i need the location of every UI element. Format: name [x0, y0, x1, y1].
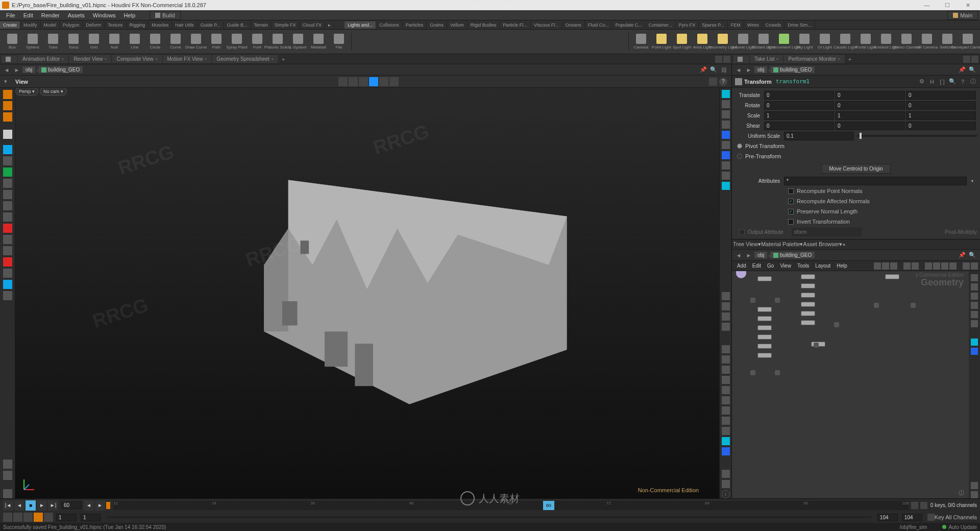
hull-icon[interactable]: [722, 447, 730, 455]
attributes-dropdown-icon[interactable]: ▾: [968, 177, 977, 185]
info-icon[interactable]: ⓘ: [969, 78, 977, 86]
pane-tab[interactable]: Performance Monitor▾: [783, 55, 844, 63]
safe-area-icon[interactable]: [722, 323, 730, 331]
camera-badge[interactable]: No cam ▾: [40, 88, 67, 95]
select-prims-icon[interactable]: [369, 77, 378, 86]
construction-icon[interactable]: [3, 257, 12, 267]
pane-tab[interactable]: Take List▾: [750, 55, 783, 63]
find-icon[interactable]: 🔍: [968, 251, 977, 260]
tool-drawcurve[interactable]: Draw Curve: [186, 31, 206, 53]
step-back-button[interactable]: ◄: [84, 500, 94, 511]
tool-spray[interactable]: Spray Paint: [227, 31, 247, 53]
disp-wire-icon[interactable]: [722, 100, 730, 108]
menu-file[interactable]: File: [2, 11, 19, 19]
crumb-obj[interactable]: obj: [754, 252, 767, 258]
snap-point-icon[interactable]: [3, 224, 12, 233]
lock-camera-icon[interactable]: [3, 145, 12, 154]
net-palette-icon[interactable]: [971, 302, 978, 309]
net-perf-icon[interactable]: [971, 339, 978, 346]
net-menu-edit[interactable]: Edit: [749, 262, 764, 270]
next-frame-button[interactable]: ►: [37, 500, 47, 511]
net-list-icon[interactable]: [890, 262, 897, 270]
maximize-button[interactable]: ☐: [937, 0, 958, 10]
guides-icon[interactable]: [722, 376, 730, 384]
network-node[interactable]: [834, 322, 839, 327]
scale-x-field[interactable]: [764, 111, 834, 120]
tool-circle[interactable]: Circle: [145, 31, 165, 53]
recompute-affected-normals-checkbox[interactable]: ✓: [788, 199, 794, 204]
invert-transformation-checkbox[interactable]: [788, 219, 794, 225]
scale-tool-icon[interactable]: [3, 179, 12, 188]
translate-x-field[interactable]: [764, 91, 834, 100]
shelf-tab-more[interactable]: ▸: [325, 21, 334, 29]
prev-frame-button[interactable]: ◄: [14, 500, 24, 511]
pivot-tool-icon[interactable]: [3, 190, 12, 199]
pt-num-icon[interactable]: [722, 396, 730, 404]
network-node[interactable]: [775, 370, 780, 375]
floor-icon[interactable]: [722, 366, 730, 374]
nav-fwd-icon[interactable]: ►: [744, 251, 753, 260]
menu-help[interactable]: Help: [119, 11, 139, 19]
network-node[interactable]: [801, 283, 815, 288]
tool-pointlight[interactable]: Point Light: [651, 31, 672, 53]
pane-max-icon[interactable]: [963, 56, 970, 63]
play-button[interactable]: ■: [26, 500, 36, 511]
persp-badge[interactable]: Persp ▾: [15, 88, 38, 95]
network-node[interactable]: [885, 274, 899, 279]
help-icon[interactable]: ?: [959, 78, 967, 86]
shelf-tab[interactable]: Guide P...: [198, 21, 224, 29]
keys-label[interactable]: 0 keys, 0/0 channels: [930, 502, 977, 508]
scale-y-field[interactable]: [835, 111, 905, 120]
hide-icon[interactable]: [3, 471, 12, 480]
step-fwd-button[interactable]: ►: [95, 500, 105, 511]
disp-opts-icon[interactable]: [722, 480, 730, 488]
shelf-tab[interactable]: Populate C...: [612, 21, 646, 29]
shelf-tab[interactable]: Oceans: [562, 21, 585, 29]
range-slider[interactable]: [107, 516, 871, 518]
range-lock-icon[interactable]: [44, 513, 53, 522]
tool-causticlight[interactable]: Caustic Light: [835, 31, 855, 53]
network-node[interactable]: [757, 307, 772, 312]
rotate-tool-icon[interactable]: [3, 167, 12, 177]
integer-frames-icon[interactable]: [34, 513, 43, 522]
network-node[interactable]: [750, 370, 755, 375]
network-node[interactable]: [801, 274, 815, 279]
tool-gilight[interactable]: GI Light: [815, 31, 835, 53]
add-pane-tab[interactable]: +: [279, 55, 288, 63]
shelf-tab[interactable]: Drive Sim...: [785, 21, 815, 29]
ortho-icon[interactable]: [709, 78, 717, 86]
shelf-tab[interactable]: Collisions: [376, 21, 403, 29]
translate-z-field[interactable]: [906, 91, 976, 100]
range-end2-field[interactable]: [902, 514, 922, 521]
recompute-point-normals-checkbox[interactable]: [788, 188, 794, 194]
pane-tab[interactable]: Material Palette▾: [761, 241, 803, 248]
snap-multi-icon[interactable]: [3, 235, 12, 244]
net-menu-add[interactable]: Add: [734, 262, 749, 270]
ref-plane-icon[interactable]: [3, 269, 12, 278]
shelf-tab[interactable]: Modify: [20, 21, 41, 29]
effects-icon[interactable]: [722, 470, 730, 478]
select-more-icon[interactable]: [389, 77, 399, 86]
current-frame-field[interactable]: [61, 501, 82, 509]
pin-icon[interactable]: 📌: [958, 251, 967, 260]
pane-opts-icon[interactable]: [723, 56, 730, 63]
crumb-node[interactable]: building_GEO: [770, 66, 815, 73]
network-node[interactable]: [757, 344, 772, 349]
tool-platonic[interactable]: Platonic Solids: [267, 31, 288, 53]
find-icon[interactable]: 🔍: [709, 65, 718, 75]
info-icon[interactable]: i: [722, 490, 730, 498]
select-verts-icon[interactable]: [379, 77, 388, 86]
pre-transform-radio[interactable]: [737, 154, 742, 159]
network-canvas[interactable]: s Commercial Edition Geometry: [732, 271, 969, 498]
snap-grid-icon[interactable]: [3, 201, 12, 210]
network-node[interactable]: [757, 334, 772, 340]
net-menu-tools[interactable]: Tools: [794, 262, 812, 270]
nav-fwd-icon[interactable]: ►: [12, 65, 21, 75]
shelf-tab[interactable]: Model: [41, 21, 60, 29]
shelf-tab[interactable]: Pyro FX: [676, 21, 699, 29]
shelf-tab[interactable]: Muscles: [149, 21, 172, 29]
net-home-icon[interactable]: [971, 262, 978, 270]
select-points-icon[interactable]: [349, 77, 358, 86]
marker-icon[interactable]: [722, 386, 730, 394]
profile-icon[interactable]: [722, 437, 730, 445]
